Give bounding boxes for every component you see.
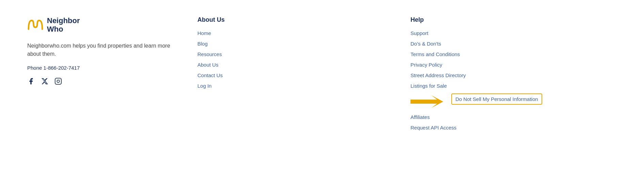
phone-number: Phone 1-866-202-7417	[27, 65, 177, 71]
nav-link-street-address[interactable]: Street Address Directory	[410, 72, 610, 78]
brand-column: Neighbor Who Neighborwho.com helps you f…	[27, 16, 191, 85]
nav-link-do-not-sell[interactable]: Do Not Sell My Personal Information	[451, 93, 542, 105]
nav-link-contact-us[interactable]: Contact Us	[197, 72, 397, 78]
svg-point-1	[57, 80, 59, 82]
highlighted-link-wrapper: Do Not Sell My Personal Information	[410, 93, 610, 109]
brand-description: Neighborwho.com helps you find propertie…	[27, 42, 177, 58]
nav-link-support[interactable]: Support	[410, 30, 610, 36]
neighborwho-logo-icon	[27, 17, 44, 32]
instagram-icon[interactable]	[54, 77, 62, 85]
svg-rect-0	[55, 78, 61, 84]
logo-text: Neighbor Who	[47, 16, 80, 34]
nav-link-home[interactable]: Home	[197, 30, 397, 36]
help-column: Help Support Do's & Don'ts Terms and Con…	[404, 16, 617, 135]
nav-link-affiliates[interactable]: Affiliates	[410, 114, 610, 120]
nav-link-listings[interactable]: Listings for Sale	[410, 83, 610, 89]
footer-nav: About Us Home Blog Resources About Us Co…	[191, 16, 617, 135]
nav-link-about-us[interactable]: About Us	[197, 62, 397, 68]
twitter-x-icon[interactable]	[41, 77, 48, 85]
highlight-arrow-icon	[410, 94, 448, 109]
nav-link-blog[interactable]: Blog	[197, 41, 397, 47]
nav-link-log-in[interactable]: Log In	[197, 83, 397, 89]
nav-link-request-api[interactable]: Request API Access	[410, 125, 610, 131]
about-us-title: About Us	[197, 16, 397, 23]
nav-link-terms[interactable]: Terms and Conditions	[410, 51, 610, 57]
about-us-column: About Us Home Blog Resources About Us Co…	[191, 16, 404, 135]
nav-link-resources[interactable]: Resources	[197, 51, 397, 57]
help-title: Help	[410, 16, 610, 23]
nav-link-privacy[interactable]: Privacy Policy	[410, 62, 610, 68]
footer: Neighbor Who Neighborwho.com helps you f…	[0, 0, 644, 173]
social-icons	[27, 77, 177, 85]
facebook-icon[interactable]	[27, 77, 35, 85]
logo-area: Neighbor Who	[27, 16, 177, 34]
svg-point-2	[60, 79, 60, 80]
nav-link-dos-donts[interactable]: Do's & Don'ts	[410, 41, 610, 47]
